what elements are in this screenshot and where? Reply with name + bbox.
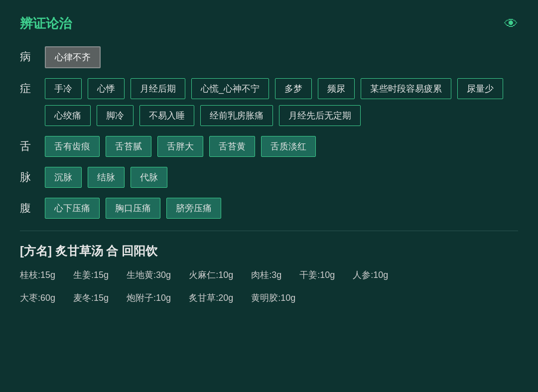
section-zheng: 症 手冷 心悸 月经后期 心慌_心神不宁 多梦 频尿 某些时段容易疲累 尿量少 … [20,78,518,126]
herb-rougui: 肉桂:3g [251,269,281,281]
tag-sheyouchihan[interactable]: 舌有齿痕 [45,136,100,157]
tag-xinji[interactable]: 心悸 [88,78,125,99]
herb-ganjiang: 干姜:10g [299,269,335,281]
section-fu: 腹 心下压痛 胸口压痛 脐旁压痛 [20,198,518,219]
herb-renshen: 人参:10g [353,269,388,281]
tag-jingqian[interactable]: 经前乳房胀痛 [200,105,273,126]
section-bing: 病 心律不齐 [20,46,518,68]
tag-moupiduan[interactable]: 某些时段容易疲累 [361,78,451,99]
herb-paobuzi: 炮附子:10g [127,292,171,304]
tag-shezhilhong[interactable]: 舌质淡红 [261,136,316,157]
herb-maidong: 麦冬:15g [73,292,109,304]
label-she: 舌 [20,136,45,154]
tag-shouleng[interactable]: 手冷 [45,78,82,99]
tag-yuejing[interactable]: 月经先后无定期 [279,105,361,126]
tag-xinlvbuqi[interactable]: 心律不齐 [45,46,101,68]
herb-zhigancao: 炙甘草:20g [189,292,233,304]
main-container: 辨证论治 👁 病 心律不齐 症 手冷 心悸 月经后期 心慌_心神不宁 多梦 频尿… [0,0,538,392]
divider [20,231,518,231]
label-zheng: 症 [20,78,45,96]
tag-duomeng[interactable]: 多梦 [275,78,312,99]
tag-shepangda[interactable]: 舌胖大 [157,136,203,157]
tag-xinhuang[interactable]: 心慌_心神不宁 [191,78,269,99]
tag-xinjiaotong[interactable]: 心绞痛 [45,105,91,126]
tag-niaoliangs[interactable]: 尿量少 [457,78,503,99]
label-bing: 病 [20,46,45,64]
tag-jiaoleng[interactable]: 脚冷 [97,105,134,126]
herbs-row-1: 桂枝:15g 生姜:15g 生地黄:30g 火麻仁:10g 肉桂:3g 干姜:1… [20,269,518,285]
tag-damai[interactable]: 代脉 [131,167,167,188]
herb-shengjiang: 生姜:15g [73,269,109,281]
tag-shetaihuang[interactable]: 舌苔黄 [209,136,255,157]
tag-jiemai[interactable]: 结脉 [88,167,125,188]
tags-she: 舌有齿痕 舌苔腻 舌胖大 舌苔黄 舌质淡红 [45,136,518,157]
header: 辨证论治 👁 [20,15,518,32]
herb-dazao: 大枣:60g [20,292,55,304]
formula-name: [方名] 炙甘草汤 合 回阳饮 [20,243,518,259]
herb-shengdihuang: 生地黄:30g [127,269,171,281]
tags-zheng: 手冷 心悸 月经后期 心慌_心神不宁 多梦 频尿 某些时段容易疲累 尿量少 心绞… [45,78,518,126]
tag-yuejinghouqi[interactable]: 月经后期 [131,78,185,99]
label-fu: 腹 [20,198,45,216]
tag-xinxiayatong[interactable]: 心下压痛 [45,198,100,219]
herbs-row-2: 大枣:60g 麦冬:15g 炮附子:10g 炙甘草:20g 黄明胶:10g [20,292,518,308]
tag-pinniao[interactable]: 频尿 [318,78,355,99]
label-mai: 脉 [20,167,45,185]
formula-section: [方名] 炙甘草汤 合 回阳饮 桂枝:15g 生姜:15g 生地黄:30g 火麻… [20,243,518,308]
page-title: 辨证论治 [20,15,72,32]
eye-icon[interactable]: 👁 [504,15,518,32]
section-mai: 脉 沉脉 结脉 代脉 [20,167,518,188]
tags-fu: 心下压痛 胸口压痛 脐旁压痛 [45,198,518,219]
tag-buyirushu[interactable]: 不易入睡 [139,105,194,126]
tag-qibangyatong[interactable]: 脐旁压痛 [166,198,221,219]
tag-xiongkouyatong[interactable]: 胸口压痛 [106,198,160,219]
herb-huomaren: 火麻仁:10g [189,269,233,281]
tags-bing: 心律不齐 [45,46,518,68]
herb-huangmingjiao: 黄明胶:10g [251,292,295,304]
tag-chenmai[interactable]: 沉脉 [45,167,82,188]
tags-mai: 沉脉 结脉 代脉 [45,167,518,188]
herb-guizhi: 桂枝:15g [20,269,55,281]
section-she: 舌 舌有齿痕 舌苔腻 舌胖大 舌苔黄 舌质淡红 [20,136,518,157]
tag-shetagni[interactable]: 舌苔腻 [106,136,151,157]
